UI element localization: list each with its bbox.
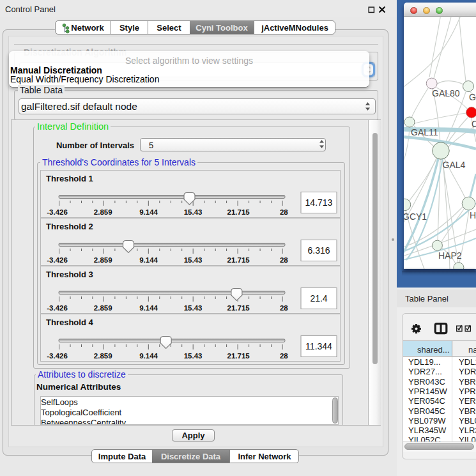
svg-text:GAL4: GAL4 (443, 160, 466, 170)
svg-text:28: 28 (280, 256, 288, 264)
svg-text:15.43: 15.43 (184, 304, 203, 312)
svg-text:15.43: 15.43 (184, 208, 203, 216)
svg-text:GA: GA (469, 92, 476, 102)
svg-text:21.4: 21.4 (310, 293, 327, 303)
svg-text:9.144: 9.144 (139, 304, 158, 312)
svg-text:Threshold 1: Threshold 1 (46, 174, 93, 183)
svg-text:15.43: 15.43 (184, 256, 203, 264)
svg-text:21.715: 21.715 (227, 256, 250, 264)
svg-text:21.715: 21.715 (227, 304, 250, 312)
svg-text:21.715: 21.715 (227, 208, 250, 216)
svg-text:-3.426: -3.426 (47, 256, 68, 264)
svg-text:GAL11: GAL11 (411, 127, 438, 137)
svg-text:GCY1: GCY1 (404, 211, 427, 222)
svg-text:2.859: 2.859 (94, 304, 112, 312)
svg-text:Threshold 4: Threshold 4 (46, 318, 93, 327)
svg-text:-3.426: -3.426 (47, 208, 68, 216)
svg-text:2.859: 2.859 (94, 352, 112, 360)
svg-text:Threshold 3: Threshold 3 (46, 270, 93, 279)
svg-text:Threshold 2: Threshold 2 (46, 222, 93, 231)
svg-text:28: 28 (280, 352, 288, 360)
svg-text:2.859: 2.859 (94, 256, 112, 264)
svg-text:15.43: 15.43 (184, 352, 203, 360)
svg-text:-3.426: -3.426 (47, 304, 68, 312)
svg-text:-3.426: -3.426 (47, 352, 68, 360)
svg-text:28: 28 (280, 208, 288, 216)
svg-text:2.859: 2.859 (94, 208, 112, 216)
svg-text:6.316: 6.316 (307, 245, 330, 256)
svg-text:21.715: 21.715 (227, 352, 250, 360)
svg-text:HAP2: HAP2 (438, 250, 462, 261)
svg-text:H: H (470, 210, 476, 220)
svg-text:C: C (472, 119, 476, 129)
svg-text:11.344: 11.344 (305, 341, 332, 351)
svg-text:GAL80: GAL80 (432, 88, 460, 98)
svg-text:14.713: 14.713 (305, 197, 333, 208)
svg-text:9.144: 9.144 (139, 256, 158, 264)
svg-text:9.144: 9.144 (139, 208, 158, 216)
svg-text:9.144: 9.144 (139, 352, 158, 360)
svg-text:28: 28 (280, 304, 288, 312)
